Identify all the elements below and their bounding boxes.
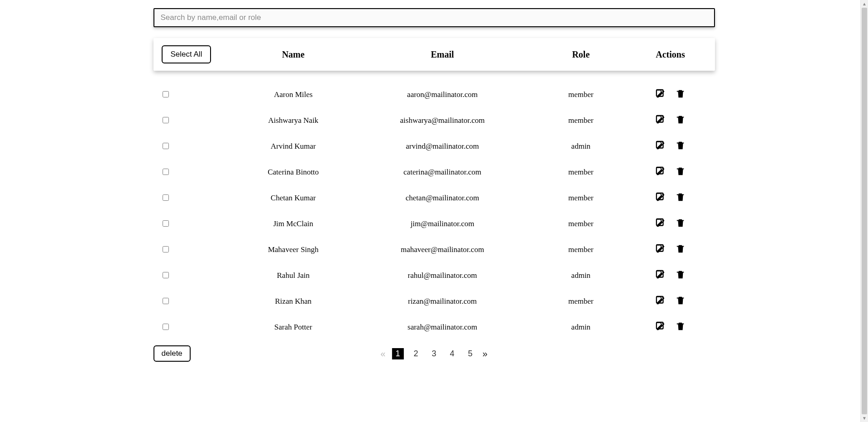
delete-button[interactable]	[676, 321, 686, 333]
edit-icon	[656, 192, 666, 202]
row-checkbox[interactable]	[163, 298, 169, 304]
cell-name: Sarah Potter	[230, 323, 357, 332]
trash-icon	[676, 296, 686, 306]
cell-email: caterina@mailinator.com	[357, 168, 528, 177]
table-row: Sarah Pottersarah@mailinator.comadmin	[153, 314, 715, 340]
cell-role: member	[528, 90, 634, 99]
delete-button[interactable]	[676, 270, 686, 281]
edit-icon	[656, 296, 666, 306]
cell-role: member	[528, 168, 634, 177]
page-first[interactable]: «	[380, 349, 385, 358]
scrollbar[interactable]: ▲ ▼	[860, 0, 868, 371]
table-row: Mahaveer Singhmahaveer@mailinator.commem…	[153, 237, 715, 262]
edit-button[interactable]	[656, 218, 666, 229]
cell-name: Mahaveer Singh	[230, 245, 357, 254]
table-row: Rizan Khanrizan@mailinator.commember	[153, 288, 715, 314]
table-row: Jim McClainjim@mailinator.commember	[153, 211, 715, 237]
cell-email: aaron@mailinator.com	[357, 90, 528, 99]
cell-email: rahul@mailinator.com	[357, 271, 528, 280]
edit-button[interactable]	[656, 89, 666, 100]
delete-button[interactable]	[676, 218, 686, 229]
edit-button[interactable]	[656, 192, 666, 204]
row-checkbox[interactable]	[163, 194, 169, 201]
table-row: Aaron Milesaaron@mailinator.commember	[153, 82, 715, 107]
row-checkbox[interactable]	[163, 220, 169, 227]
row-checkbox[interactable]	[163, 117, 169, 123]
edit-button[interactable]	[656, 321, 666, 333]
column-header-role: Role	[528, 49, 634, 60]
edit-button[interactable]	[656, 141, 666, 152]
cell-email: jim@mailinator.com	[357, 219, 528, 228]
edit-icon	[656, 141, 666, 150]
cell-name: Rahul Jain	[230, 271, 357, 280]
trash-icon	[676, 321, 686, 331]
row-checkbox[interactable]	[163, 272, 169, 278]
trash-icon	[676, 270, 686, 280]
cell-email: chetan@mailinator.com	[357, 194, 528, 203]
row-checkbox[interactable]	[163, 169, 169, 175]
edit-button[interactable]	[656, 244, 666, 255]
cell-email: mahaveer@mailinator.com	[357, 245, 528, 254]
cell-role: member	[528, 116, 634, 125]
cell-role: member	[528, 219, 634, 228]
page-1[interactable]: 1	[392, 348, 403, 359]
search-input[interactable]	[153, 8, 715, 27]
table-row: Caterina Binottocaterina@mailinator.comm…	[153, 159, 715, 185]
cell-name: Jim McClain	[230, 219, 357, 228]
row-checkbox[interactable]	[163, 143, 169, 149]
delete-button[interactable]	[676, 192, 686, 204]
row-checkbox[interactable]	[163, 246, 169, 252]
table-header: Select All Name Email Role Actions	[153, 38, 715, 71]
delete-button[interactable]	[676, 141, 686, 152]
scroll-thumb[interactable]	[862, 8, 867, 371]
column-header-name: Name	[230, 49, 357, 60]
cell-name: Aishwarya Naik	[230, 116, 357, 125]
edit-icon	[656, 115, 666, 125]
cell-role: admin	[528, 271, 634, 280]
cell-role: member	[528, 245, 634, 254]
cell-email: rizan@mailinator.com	[357, 297, 528, 306]
column-header-actions: Actions	[634, 49, 707, 60]
page-last[interactable]: »	[483, 349, 488, 358]
delete-button[interactable]	[676, 89, 686, 100]
search-wrap	[153, 8, 715, 27]
edit-button[interactable]	[656, 115, 666, 126]
delete-button[interactable]	[676, 244, 686, 255]
page-3[interactable]: 3	[428, 348, 440, 359]
table-body: Aaron Milesaaron@mailinator.commemberAis…	[153, 82, 715, 340]
edit-icon	[656, 321, 666, 331]
cell-email: aishwarya@mailinator.com	[357, 116, 528, 125]
delete-button[interactable]	[676, 166, 686, 178]
page-2[interactable]: 2	[410, 348, 422, 359]
row-checkbox[interactable]	[163, 324, 169, 330]
cell-email: arvind@mailinator.com	[357, 142, 528, 151]
cell-name: Aaron Miles	[230, 90, 357, 99]
page-5[interactable]: 5	[465, 348, 476, 359]
select-all-button[interactable]: Select All	[162, 45, 211, 63]
edit-icon	[656, 270, 666, 280]
trash-icon	[676, 89, 686, 99]
delete-button[interactable]	[676, 296, 686, 307]
page-4[interactable]: 4	[446, 348, 458, 359]
table-row: Arvind Kumararvind@mailinator.comadmin	[153, 133, 715, 159]
edit-button[interactable]	[656, 270, 666, 281]
trash-icon	[676, 244, 686, 254]
trash-icon	[676, 115, 686, 125]
row-checkbox[interactable]	[163, 91, 169, 97]
trash-icon	[676, 141, 686, 150]
delete-selected-button[interactable]: delete	[153, 345, 191, 362]
cell-name: Rizan Khan	[230, 297, 357, 306]
edit-icon	[656, 218, 666, 228]
edit-icon	[656, 89, 666, 99]
edit-button[interactable]	[656, 296, 666, 307]
cell-role: admin	[528, 323, 634, 332]
table-row: Aishwarya Naikaishwarya@mailinator.comme…	[153, 107, 715, 133]
trash-icon	[676, 218, 686, 228]
trash-icon	[676, 192, 686, 202]
cell-role: member	[528, 194, 634, 203]
edit-button[interactable]	[656, 166, 666, 178]
scroll-up-icon[interactable]: ▲	[861, 0, 868, 8]
cell-role: admin	[528, 142, 634, 151]
delete-button[interactable]	[676, 115, 686, 126]
table-row: Rahul Jainrahul@mailinator.comadmin	[153, 262, 715, 288]
